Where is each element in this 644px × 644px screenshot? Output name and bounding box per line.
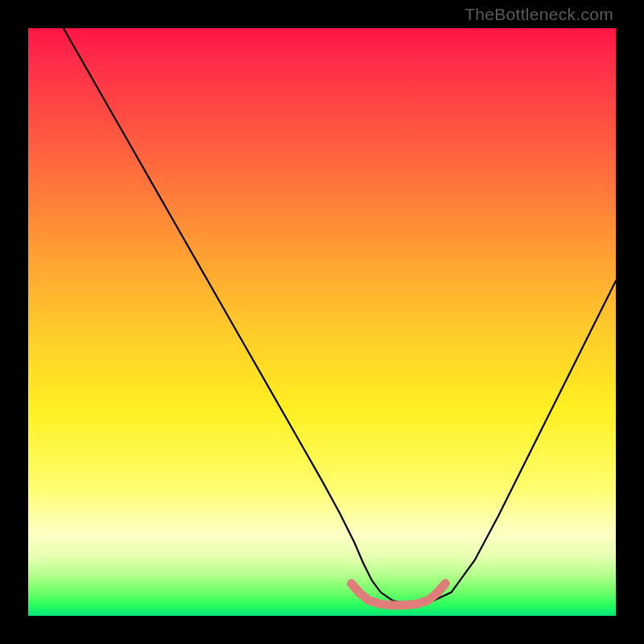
- watermark-text: TheBottleneck.com: [464, 5, 613, 24]
- bottleneck-curve-line: [64, 28, 616, 603]
- plot-area: [28, 28, 616, 616]
- chart-svg: [28, 28, 616, 616]
- optimal-zone-line: [352, 584, 446, 605]
